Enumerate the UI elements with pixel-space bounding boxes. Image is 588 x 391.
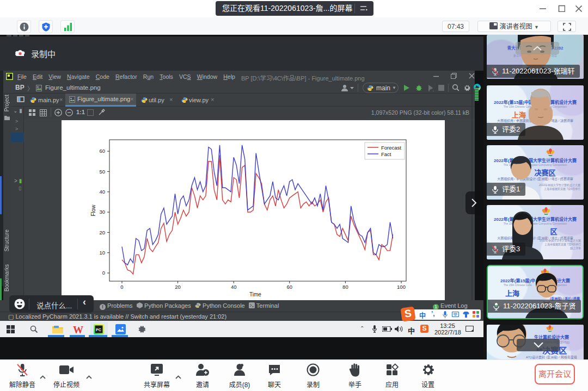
- svg-text:40: 40: [99, 189, 105, 195]
- svg-text:20: 20: [175, 284, 181, 290]
- svg-text:20: 20: [99, 229, 105, 235]
- svg-text:40: 40: [231, 284, 237, 290]
- svg-text:50: 50: [99, 169, 105, 175]
- svg-text:0: 0: [102, 270, 105, 276]
- svg-text:0: 0: [120, 284, 123, 290]
- svg-text:Time: Time: [249, 291, 261, 297]
- svg-text:Forecast: Forecast: [381, 145, 401, 151]
- svg-text:60: 60: [99, 148, 105, 154]
- svg-text:PC: PC: [96, 328, 101, 332]
- svg-text:Fact: Fact: [381, 151, 391, 157]
- svg-text:60: 60: [287, 284, 293, 290]
- svg-text:80: 80: [342, 284, 348, 290]
- svg-text:30: 30: [99, 209, 105, 215]
- svg-text:100: 100: [397, 284, 406, 290]
- svg-text:10: 10: [99, 250, 105, 256]
- svg-text:Flow: Flow: [90, 204, 96, 216]
